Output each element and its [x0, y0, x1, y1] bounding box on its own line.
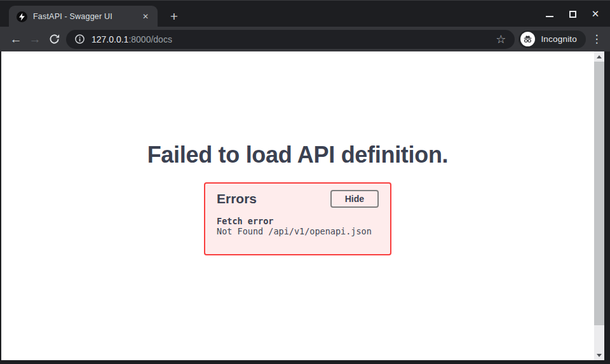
window-close-button[interactable]: ✕: [587, 6, 604, 22]
error-item: Fetch error Not Found /api/v1/openapi.js…: [217, 216, 379, 236]
errors-header: Errors Hide: [217, 190, 379, 208]
scroll-down-button[interactable]: [594, 350, 604, 360]
incognito-badge: Incognito: [518, 30, 586, 48]
incognito-label: Incognito: [541, 34, 577, 44]
bookmark-star-icon[interactable]: ☆: [496, 34, 506, 45]
hide-errors-button[interactable]: Hide: [330, 190, 379, 208]
titlebar: FastAPI - Swagger UI ✕ + ✕: [0, 0, 610, 27]
errors-title: Errors: [217, 191, 257, 206]
reload-icon: [49, 34, 60, 44]
scroll-up-icon: [597, 55, 602, 58]
scroll-up-button[interactable]: [594, 51, 604, 62]
minimize-icon: [546, 11, 553, 17]
page-title: Failed to load API definition.: [1, 142, 594, 168]
window-controls: ✕: [541, 1, 604, 27]
errors-panel: Errors Hide Fetch error Not Found /api/v…: [204, 182, 391, 255]
url-host: 127.0.0.1: [92, 34, 128, 44]
vertical-scrollbar[interactable]: [594, 51, 604, 360]
reload-button[interactable]: [44, 30, 64, 49]
forward-button[interactable]: →: [25, 30, 44, 49]
error-message: Not Found /api/v1/openapi.json: [217, 226, 379, 236]
scroll-down-icon: [597, 354, 602, 357]
browser-menu-button[interactable]: ⋮: [588, 32, 605, 46]
new-tab-button[interactable]: +: [165, 8, 183, 26]
maximize-button[interactable]: [564, 6, 581, 22]
url-path: :8000/docs: [128, 34, 172, 44]
scrollbar-thumb[interactable]: [594, 62, 604, 325]
incognito-icon: [520, 32, 535, 46]
swagger-page: Failed to load API definition. Errors Hi…: [1, 51, 594, 360]
browser-tab[interactable]: FastAPI - Swagger UI ✕: [9, 6, 158, 27]
url-text: 127.0.0.1:8000/docs: [92, 34, 491, 44]
browser-toolbar: ← → 127.0.0.1:8000/docs ☆: [0, 27, 610, 51]
fastapi-favicon-icon: [17, 11, 27, 22]
minimize-button[interactable]: [541, 6, 558, 22]
window-close-icon: ✕: [592, 8, 600, 20]
browser-window: FastAPI - Swagger UI ✕ + ✕ ← →: [0, 0, 610, 364]
back-button[interactable]: ←: [6, 30, 25, 49]
tab-title: FastAPI - Swagger UI: [33, 12, 134, 21]
content-area: Failed to load API definition. Errors Hi…: [0, 51, 610, 364]
address-bar[interactable]: 127.0.0.1:8000/docs ☆: [66, 30, 515, 49]
maximize-icon: [569, 11, 576, 18]
tab-close-icon[interactable]: ✕: [140, 11, 151, 22]
site-info-icon[interactable]: [75, 34, 85, 44]
error-title: Fetch error: [217, 216, 379, 226]
